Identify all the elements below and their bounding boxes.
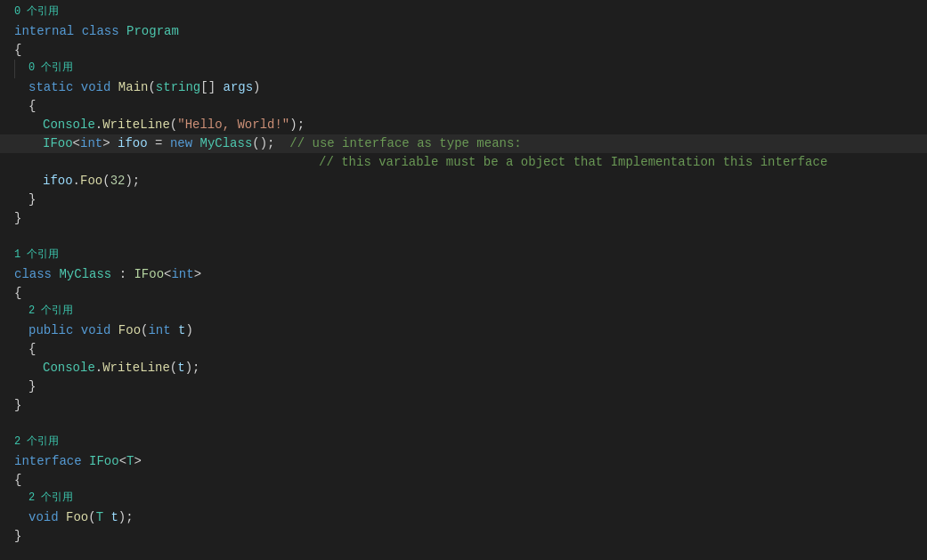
ref-count-inner-line: 2 个引用	[0, 490, 927, 508]
type-T: T	[126, 452, 134, 471]
code-line: }	[0, 191, 927, 209]
code-line: {	[0, 41, 927, 60]
blank-line	[0, 415, 927, 434]
code-line: class MyClass : IFoo<int>	[0, 265, 927, 284]
code-line: {	[0, 97, 927, 116]
code-line: }	[0, 377, 927, 396]
code-line: {	[0, 340, 927, 359]
param-args: args	[223, 78, 253, 97]
code-line: static void Main(string[] args)	[0, 78, 927, 97]
code-line: public void Foo(int t)	[0, 321, 927, 340]
comment-variable-must: // this variable must be a object that I…	[319, 153, 827, 172]
ref-count-2: 2 个引用	[14, 434, 59, 450]
param-t: t	[178, 321, 185, 340]
code-line-highlighted: IFoo<int> ifoo = new MyClass(); // use i…	[0, 134, 927, 153]
method-main: Main	[118, 78, 149, 97]
method-foo-call: Foo	[80, 172, 102, 191]
type-ifoo-decl: IFoo	[89, 452, 119, 471]
code-line: }	[0, 209, 927, 228]
number-32: 32	[110, 172, 126, 191]
keyword-int2: int	[171, 265, 193, 284]
type-program: Program	[126, 22, 179, 41]
code-line: interface IFoo<T>	[0, 452, 927, 471]
param-t2: t	[110, 508, 118, 527]
string-hello: "Hello, World!"	[177, 116, 289, 134]
method-writeline2: WriteLine	[102, 359, 170, 377]
ref-count-line: 0 个引用	[0, 4, 927, 22]
code-line: Console.WriteLine(t);	[0, 359, 927, 377]
ref-count-1: 1 个引用	[14, 247, 59, 263]
ref-count-inner-line: 0 个引用	[0, 60, 927, 78]
keyword-void: void	[81, 78, 118, 97]
keyword-void2: void	[81, 321, 118, 340]
blank-line	[0, 228, 927, 247]
ref-count-line: 2 个引用	[0, 434, 927, 452]
method-writeline: WriteLine	[102, 116, 170, 134]
code-line: internal class Program	[0, 22, 927, 41]
comment-continuation-line: // this variable must be a object that I…	[0, 153, 927, 172]
brace-open: {	[14, 41, 21, 60]
keyword-static: static	[28, 78, 81, 97]
keyword-new: new	[170, 134, 200, 153]
type-string: string	[156, 78, 200, 97]
code-line: {	[0, 471, 927, 490]
keyword-class2: class	[14, 265, 59, 284]
keyword-int: int	[80, 134, 102, 153]
var-ifoo: ifoo	[118, 134, 148, 153]
ref-count-inner-0: 0 个引用	[28, 60, 73, 76]
type-T2: T	[96, 508, 111, 527]
method-foo-iface: Foo	[66, 508, 88, 527]
type-myclass: MyClass	[199, 134, 252, 153]
iface-ifoo-int: IFoo	[134, 265, 164, 284]
ref-count-inner-line: 2 个引用	[0, 303, 927, 321]
type-console: Console	[43, 116, 95, 134]
type-console2: Console	[43, 359, 95, 377]
var-ifoo-call: ifoo	[43, 172, 73, 191]
keyword-void3: void	[28, 508, 66, 527]
code-line: void Foo(T t);	[0, 508, 927, 527]
method-foo-decl: Foo	[118, 321, 141, 340]
keyword-public: public	[28, 321, 81, 340]
ref-count-inner-2a: 2 个引用	[28, 303, 73, 319]
ref-count-inner-2b: 2 个引用	[28, 490, 73, 506]
ref-count-line: 1 个引用	[0, 247, 927, 265]
code-editor: 0 个引用 internal class Program { 0 个引用 sta…	[0, 0, 927, 549]
code-line: }	[0, 396, 927, 415]
keyword-internal: internal	[14, 22, 82, 41]
type-myclass-decl: MyClass	[59, 265, 111, 284]
keyword-int3: int	[148, 321, 178, 340]
ref-count-0: 0 个引用	[14, 4, 59, 20]
code-line: }	[0, 527, 927, 546]
type-ifoo: IFoo	[43, 134, 73, 153]
code-line: Console.WriteLine("Hello, World!");	[0, 116, 927, 134]
comment-use-interface: // use interface as type means:	[289, 134, 521, 153]
param-t-call: t	[177, 359, 184, 377]
keyword-interface: interface	[14, 452, 89, 471]
code-line: ifoo.Foo(32);	[0, 172, 927, 191]
code-line: {	[0, 284, 927, 303]
keyword-class: class	[82, 22, 126, 41]
